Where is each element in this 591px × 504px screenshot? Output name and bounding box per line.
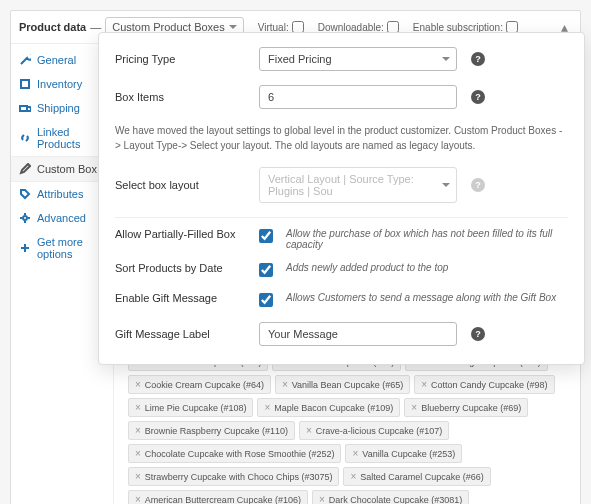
addon-tag[interactable]: Vanilla Cupcake (#253)	[345, 444, 462, 463]
addon-tag[interactable]: American Buttercream Cupcake (#106)	[128, 490, 308, 504]
pencil-icon	[19, 163, 31, 175]
gift-desc: Allows Customers to send a message along…	[286, 292, 568, 303]
addon-tag[interactable]: Lime Pie Cupcake (#108)	[128, 398, 253, 417]
addon-tag[interactable]: Vanilla Bean Cupcake (#65)	[275, 375, 410, 394]
sort-label: Sort Products by Date	[115, 262, 245, 274]
link-icon	[19, 132, 31, 144]
attributes-icon	[19, 188, 31, 200]
settings-overlay: Pricing Type Fixed Pricing ? Box Items ?…	[98, 32, 585, 365]
svg-point-2	[23, 216, 27, 220]
addon-tag[interactable]: Blueberry Cupcake (#69)	[404, 398, 528, 417]
gift-msg-label: Gift Message Label	[115, 328, 245, 340]
addon-tag[interactable]: Salted Caramel Cupcake (#66)	[343, 467, 490, 486]
sort-checkbox[interactable]	[259, 263, 273, 277]
addon-tag[interactable]: Cotton Candy Cupcake (#98)	[414, 375, 554, 394]
gift-enable-checkbox[interactable]	[259, 293, 273, 307]
wrench-icon	[19, 54, 31, 66]
product-data-label: Product data	[19, 21, 86, 33]
help-icon[interactable]: ?	[471, 52, 485, 66]
layout-label: Select box layout	[115, 179, 245, 191]
box-items-input[interactable]	[259, 85, 457, 109]
addon-tag[interactable]: Maple Bacon Cupcake (#109)	[257, 398, 400, 417]
addon-products-tags[interactable]: Peanut Butter Cupcake (#51)Red Velvet Cu…	[128, 352, 566, 504]
plus-icon	[19, 242, 31, 254]
truck-icon	[19, 102, 31, 114]
box-items-label: Box Items	[115, 91, 245, 103]
partial-checkbox[interactable]	[259, 229, 273, 243]
addon-tag[interactable]: Cookie Cream Cupcake (#64)	[128, 375, 271, 394]
layout-select: Vertical Layout | Source Type: Plugins |…	[259, 167, 457, 203]
addon-tag[interactable]: Crave-a-licious Cupcake (#107)	[299, 421, 449, 440]
gear-icon	[19, 212, 31, 224]
inventory-icon	[19, 78, 31, 90]
gift-msg-input[interactable]	[259, 322, 457, 346]
gift-enable-label: Enable Gift Message	[115, 292, 245, 304]
partial-label: Allow Partially-Filled Box	[115, 228, 245, 240]
addon-tag[interactable]: Dark Chocolate Cupcake (#3081)	[312, 490, 469, 504]
addon-tag[interactable]: Chocolate Cupcake with Rose Smoothie (#2…	[128, 444, 341, 463]
pricing-type-label: Pricing Type	[115, 53, 245, 65]
svg-rect-0	[21, 80, 29, 88]
help-icon[interactable]: ?	[471, 327, 485, 341]
partial-desc: Allow the purchase of box which has not …	[286, 228, 568, 250]
help-icon[interactable]: ?	[471, 90, 485, 104]
pricing-type-select[interactable]: Fixed Pricing	[259, 47, 457, 71]
sort-desc: Adds newly added product to the top	[286, 262, 568, 273]
layout-moved-note: We have moved the layout settings to glo…	[115, 123, 568, 153]
help-icon: ?	[471, 178, 485, 192]
svg-rect-1	[20, 106, 27, 111]
addon-tag[interactable]: Brownie Raspberry Cupcake (#110)	[128, 421, 295, 440]
addon-tag[interactable]: Strawberry Cupcake with Choco Chips (#30…	[128, 467, 339, 486]
